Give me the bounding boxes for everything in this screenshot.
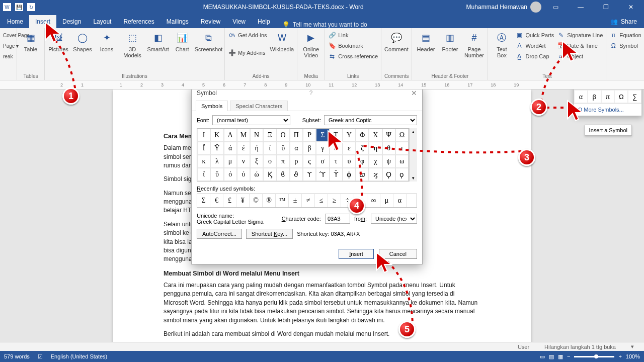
symbol-cell[interactable]: β xyxy=(303,142,316,155)
zoom-in-icon[interactable]: + xyxy=(618,353,621,359)
quick-parts-button[interactable]: ▣Quick Parts xyxy=(515,30,554,40)
symbol-cell[interactable]: ϐ xyxy=(277,168,290,181)
dialog-tab-special[interactable]: Special Characters xyxy=(230,101,288,111)
recent-symbol-cell[interactable]: α xyxy=(393,194,407,207)
symbol-cell[interactable]: φ xyxy=(356,155,369,168)
insert-button[interactable]: Insert xyxy=(339,249,374,259)
symbol-cell[interactable]: ΰ xyxy=(277,142,290,155)
icons-button[interactable]: ✦Icons xyxy=(96,30,117,52)
share-button[interactable]: 👥Share xyxy=(603,15,644,28)
symbol-cell[interactable]: Ν xyxy=(250,129,263,142)
maximize-button[interactable]: ❐ xyxy=(595,0,617,14)
tab-references[interactable]: References xyxy=(117,15,160,28)
symbol-cell[interactable]: ϙ xyxy=(395,168,409,181)
symbol-cell[interactable]: Ξ xyxy=(263,129,276,142)
recent-symbol-cell[interactable]: ≤ xyxy=(315,194,328,207)
tab-review[interactable]: Review xyxy=(195,15,226,28)
symbol-cell[interactable]: ν xyxy=(237,155,250,168)
symbol-button[interactable]: ΩSymbol xyxy=(609,41,641,51)
symbol-cell[interactable]: Λ xyxy=(224,129,237,142)
minimize-button[interactable]: — xyxy=(570,0,592,14)
recent-symbol-cell[interactable]: μ xyxy=(380,194,393,207)
3d-models-button[interactable]: ⬚3D Models xyxy=(120,30,144,58)
symbol-cell[interactable]: ί xyxy=(263,142,276,155)
recent-symbol-cell[interactable]: £ xyxy=(223,194,236,207)
symbol-cell[interactable]: Μ xyxy=(237,129,250,142)
symbol-cell[interactable]: Ϋ xyxy=(210,142,223,155)
symbol-cell[interactable]: ϒ xyxy=(303,168,316,181)
recent-symbol-cell[interactable]: ≥ xyxy=(328,194,341,207)
autocorrect-button[interactable]: AutoCorrect... xyxy=(197,229,242,239)
symbol-cell[interactable]: σ xyxy=(316,155,329,168)
quick-save-icon[interactable]: 💾 xyxy=(15,3,23,11)
tab-mailings[interactable]: Mailings xyxy=(160,15,195,28)
tab-layout[interactable]: Layout xyxy=(87,15,117,28)
recent-symbol-cell[interactable]: € xyxy=(210,194,223,207)
symbol-cell[interactable]: ϑ xyxy=(290,168,303,181)
info-dropdown-icon[interactable]: ▾ xyxy=(631,343,634,350)
shortcut-key-button[interactable]: Shortcut Key... xyxy=(246,229,293,239)
symbol-cell[interactable]: ς xyxy=(303,155,316,168)
recent-symbol-cell[interactable]: ® xyxy=(263,194,276,207)
symbol-cell[interactable]: ό xyxy=(224,168,237,181)
recent-symbol-cell[interactable]: ¥ xyxy=(236,194,250,207)
symbol-cell[interactable]: λ xyxy=(210,155,223,168)
user-avatar[interactable] xyxy=(530,2,541,13)
symbol-cell[interactable]: ω xyxy=(395,155,409,168)
symbol-cell[interactable]: μ xyxy=(224,155,237,168)
symbol-cell[interactable]: Ϗ xyxy=(263,168,276,181)
get-addins-button[interactable]: 🛍Get Add-ins xyxy=(228,30,267,40)
recent-symbol-cell[interactable]: ± xyxy=(289,194,302,207)
zoom-slider[interactable] xyxy=(574,356,614,357)
symbol-cell[interactable]: ψ xyxy=(382,155,395,168)
smartart-button[interactable]: ◧SmartArt xyxy=(147,30,169,52)
symbol-cell[interactable]: τ xyxy=(330,155,343,168)
my-addins-button[interactable]: ➕My Add-ins xyxy=(228,48,267,58)
gallery-cell[interactable]: β xyxy=(588,90,601,103)
cover-page-button[interactable]: Cover Page xyxy=(3,30,14,40)
status-language[interactable]: English (United States) xyxy=(51,353,108,359)
shapes-button[interactable]: ◯Shapes xyxy=(72,30,93,52)
symbol-cell[interactable]: Ω xyxy=(395,129,409,142)
symbol-cell[interactable]: ϕ xyxy=(343,168,356,181)
user-name[interactable]: Muhammad Hernawan xyxy=(466,4,527,11)
symbol-cell[interactable]: θ xyxy=(382,142,395,155)
recent-symbol-cell[interactable]: © xyxy=(250,194,263,207)
subset-select[interactable]: Greek and Coptic xyxy=(324,115,417,125)
proofing-icon[interactable]: ☑ xyxy=(38,353,43,360)
ribbon-display-icon[interactable]: ▭ xyxy=(544,0,567,14)
symbol-cell[interactable]: Ψ xyxy=(382,129,395,142)
dialog-help-icon[interactable]: ? xyxy=(309,89,313,97)
font-select[interactable]: (normal text) xyxy=(212,115,290,125)
symbol-cell[interactable]: ξ xyxy=(250,155,263,168)
screenshot-button[interactable]: ⧉Screenshot xyxy=(196,30,221,52)
from-select[interactable]: Unicode (hex) xyxy=(371,214,417,224)
symbol-cell[interactable]: ϔ xyxy=(330,168,343,181)
wordart-button[interactable]: AWordArt xyxy=(515,41,554,51)
symbol-cell[interactable]: Ο xyxy=(277,129,290,142)
gallery-cell[interactable]: π xyxy=(601,90,615,103)
signature-line-button[interactable]: ✎Signature Line xyxy=(557,30,603,40)
wikipedia-button[interactable]: WWikipedia xyxy=(270,30,294,52)
symbol-cell[interactable]: ζ xyxy=(356,142,369,155)
recent-symbol-cell[interactable]: ≠ xyxy=(302,194,315,207)
status-words[interactable]: 579 words xyxy=(4,353,30,359)
recent-symbol-cell[interactable]: ∞ xyxy=(367,194,380,207)
view-web-icon[interactable]: ▦ xyxy=(558,353,563,360)
view-read-icon[interactable]: ▭ xyxy=(540,353,545,360)
gallery-cell[interactable]: ∑ xyxy=(628,90,641,103)
symbol-cell[interactable]: ϗ xyxy=(369,168,382,181)
symbol-cell[interactable]: Ϊ xyxy=(197,142,210,155)
symbol-cell[interactable]: π xyxy=(277,155,290,168)
symbol-cell[interactable]: Ϙ xyxy=(382,168,395,181)
tab-view[interactable]: View xyxy=(226,15,252,28)
symbol-cell[interactable]: ϋ xyxy=(210,168,223,181)
symbol-cell[interactable]: ύ xyxy=(237,168,250,181)
tab-help[interactable]: Help xyxy=(252,15,276,28)
symbol-scrollbar[interactable]: ▴▾ xyxy=(409,128,417,182)
online-video-button[interactable]: ▶Online Video xyxy=(300,30,321,58)
chart-button[interactable]: 📊Chart xyxy=(172,30,193,52)
charcode-input[interactable] xyxy=(325,214,350,224)
close-button[interactable]: ✕ xyxy=(620,0,642,14)
symbol-cell[interactable]: ή xyxy=(250,142,263,155)
